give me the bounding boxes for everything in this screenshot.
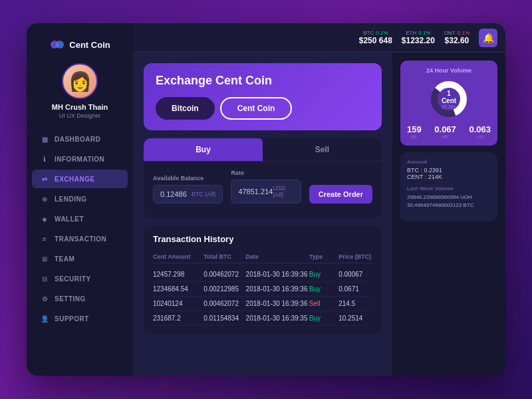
donut-value: 1 Cent [439, 90, 459, 104]
sidebar-label-exchange: EXCHANGE [55, 176, 95, 183]
balance-label: Available Balance [153, 175, 223, 182]
ticker-eth-price: $1232.20 [402, 36, 435, 45]
balance-input[interactable]: 0.12486 BTC (All) [153, 185, 223, 203]
balance-value: 0.12486 [160, 190, 187, 198]
tab-buy[interactable]: Buy [144, 138, 263, 161]
cell-total-btc: 0.00212985 [203, 285, 245, 293]
sidebar-item-team[interactable]: ⊞ TEAM [32, 249, 128, 268]
app-name: Cent Coin [69, 40, 110, 50]
rate-value: 47851.214 [238, 188, 273, 196]
bitcoin-button[interactable]: Bitcoin [156, 97, 215, 120]
lending-icon: ⊕ [40, 194, 49, 203]
stat-btc-value: 159 [407, 124, 422, 134]
sidebar-item-wallet[interactable]: ◈ WALLET [32, 209, 128, 228]
stat-eth-label: eth [442, 134, 449, 139]
sidebar-item-transaction[interactable]: ≡ TRANSACTION [32, 229, 128, 248]
exchange-icon: ⇄ [40, 174, 49, 184]
cell-type: Sell [309, 300, 338, 307]
ticker-ont-symbol: ONT 0.1% [444, 30, 469, 36]
sidebar-item-lending[interactable]: ⊕ LENDING [32, 190, 128, 208]
cell-type: Buy [309, 285, 338, 293]
transaction-section: Transaction History Cent Amount Total BT… [144, 226, 382, 334]
sidebar-label-support: SUPPORT [55, 315, 89, 323]
notification-button[interactable]: 🔔 [479, 29, 497, 47]
volume-title: 24 Hour Volume [426, 67, 471, 74]
sidebar-item-setting[interactable]: ⚙ SETTING [32, 289, 128, 308]
amount-cent: 214K [428, 174, 442, 180]
trade-form-row: Available Balance 0.12486 BTC (All) Rate… [153, 170, 372, 203]
last-week-label: Last Week Volume [407, 186, 491, 192]
ticker-eth-symbol: ETH 0.1% [406, 30, 430, 36]
tab-sell[interactable]: Sell [263, 138, 382, 161]
info-card: Amount BTC : 0.2391 CENT : 214K Last Wee… [400, 152, 497, 221]
sidebar-label-setting: SETTING [55, 295, 86, 303]
topbar: BTC 0.1% $250 648 ETH 0.1% $1232.20 ONT … [133, 23, 505, 53]
right-panel: 24 Hour Volume 1 Cent 27.33+ [392, 53, 505, 376]
table-row: 10240124 0.00462072 2018-01-30 16:39:36 … [153, 297, 372, 311]
create-order-button[interactable]: Create Order [309, 185, 372, 203]
balance-tag: BTC (All) [192, 191, 216, 198]
information-icon: ℹ [40, 154, 49, 164]
cell-cent-amount: 231687.2 [153, 315, 203, 322]
volume-card: 24 Hour Volume 1 Cent 27.33+ [400, 61, 497, 146]
cell-type: Buy [309, 271, 338, 278]
logo-area: Cent Coin [43, 37, 116, 53]
col-date: Date [246, 253, 309, 260]
ticker-eth: ETH 0.1% $1232.20 [402, 30, 435, 45]
security-icon: ⊟ [40, 274, 49, 283]
cell-price: 0.00067 [338, 271, 372, 278]
sidebar-item-dashboard[interactable]: ▦ DASHBOARD [32, 130, 128, 148]
ticker-eth-change: 0.1% [418, 30, 430, 36]
last-week-uoh: 29646.229686560994 UOH [407, 194, 472, 200]
cell-date: 2018-01-30 16:39:36 [246, 300, 309, 307]
sidebar-item-information[interactable]: ℹ INFORMATION [32, 150, 128, 168]
col-total-btc: Total BTC [203, 253, 245, 260]
table-header: Cent Amount Total BTC Date Type Price (B… [153, 251, 372, 263]
table-row: 231687.2 0.01154834 2018-01-30 16:39:35 … [153, 311, 372, 326]
cent-coin-button[interactable]: Cent Coin [220, 97, 293, 120]
cell-date: 2018-01-30 16:39:36 [246, 271, 309, 278]
last-week-row: Last Week Volume 29646.229686560994 UOH … [407, 186, 491, 209]
stat-btc: 159 btc [407, 124, 422, 139]
sidebar-item-exchange[interactable]: ⇄ EXCHANGE [32, 170, 128, 188]
sidebar-item-security[interactable]: ⊟ SECURITY [32, 269, 128, 288]
avatar-face: 👩 [68, 70, 92, 92]
sidebar-label-lending: LENDING [55, 196, 87, 203]
amount-values: BTC : 0.2391 CENT : 214K [407, 167, 491, 180]
cell-total-btc: 0.01154834 [203, 315, 245, 322]
amount-label: Amount [407, 159, 491, 165]
avatar: 👩 [62, 63, 98, 99]
col-type: Type [309, 253, 338, 260]
cell-date: 2018-01-30 16:39:35 [246, 315, 309, 322]
sidebar-item-support[interactable]: 👤 SUPPORT [32, 309, 128, 328]
ticker-btc-change: 0.1% [376, 30, 388, 36]
balance-field: Available Balance 0.12486 BTC (All) [153, 175, 223, 203]
stat-eth: 0.067 eth [434, 124, 456, 139]
ticker-btc-symbol: BTC 0.1% [363, 30, 388, 36]
nav-menu: ▦ DASHBOARD ℹ INFORMATION ⇄ EXCHANGE ⊕ L… [27, 130, 133, 328]
dashboard-icon: ▦ [40, 134, 49, 144]
ticker-ont: ONT 0.1% $32.60 [444, 30, 469, 45]
transaction-icon: ≡ [40, 234, 49, 243]
ticker-ont-change: 0.1% [458, 30, 469, 36]
cell-total-btc: 0.00462072 [203, 271, 245, 278]
cell-price: 0.0671 [338, 285, 372, 293]
cell-price: 214.5 [338, 300, 372, 307]
last-week-btc: 30.4964974680002123 BTC [407, 202, 474, 208]
trade-section: Buy Sell Available Balance 0.12486 BTC (… [144, 138, 382, 218]
coin-toggle: Bitcoin Cent Coin [156, 97, 370, 120]
donut-container: 1 Cent 27.33+ [429, 79, 469, 119]
rate-input[interactable]: 47851.214 USD (All) [231, 180, 301, 203]
sidebar-label-wallet: WALLET [55, 215, 84, 223]
app-container: Cent Coin 👩 MH Crush Thain UI UX Designe… [27, 23, 505, 376]
sidebar-label-team: TEAM [55, 255, 74, 263]
cell-date: 2018-01-30 16:39:36 [246, 285, 309, 293]
stat-cnt: 0.063 cnt [469, 124, 491, 139]
donut-sub: 27.33+ [439, 104, 459, 109]
stat-eth-value: 0.067 [434, 124, 456, 134]
stat-cnt-label: cnt [477, 134, 483, 139]
cell-type: Buy [309, 315, 338, 322]
sidebar-label-information: INFORMATION [55, 156, 104, 163]
cell-cent-amount: 10240124 [153, 300, 203, 307]
main-content: BTC 0.1% $250 648 ETH 0.1% $1232.20 ONT … [133, 23, 505, 376]
